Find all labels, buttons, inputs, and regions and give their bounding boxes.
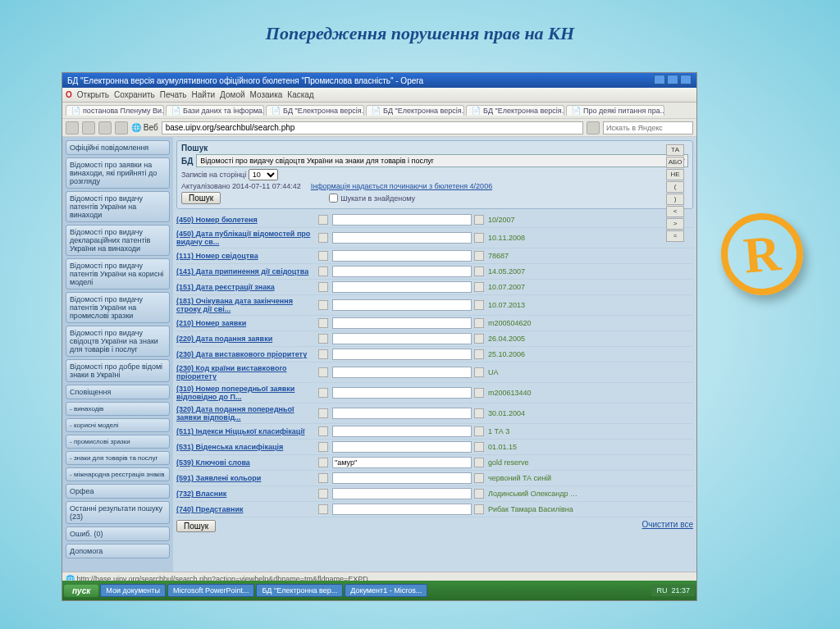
sidebar-subitem[interactable]: - винаходів xyxy=(66,402,170,416)
help-icon[interactable] xyxy=(474,489,484,499)
menu-cascade[interactable]: Каскад xyxy=(287,90,313,99)
help-icon[interactable] xyxy=(474,215,484,225)
field-input[interactable] xyxy=(332,349,472,360)
menu-save[interactable]: Сохранить xyxy=(114,90,155,99)
sidebar-item[interactable]: Відомості про видачу патентів України на… xyxy=(66,292,170,323)
sidebar-subitem[interactable]: - корисні моделі xyxy=(66,418,170,432)
copy-icon[interactable] xyxy=(318,334,328,344)
copy-icon[interactable] xyxy=(318,388,328,398)
help-icon[interactable] xyxy=(474,233,484,243)
search-in-found-checkbox[interactable]: Шукати в знайденому xyxy=(329,194,415,203)
forward-button[interactable] xyxy=(82,121,95,134)
copy-icon[interactable] xyxy=(318,349,328,359)
menu-find[interactable]: Найти xyxy=(192,90,216,99)
stop-button[interactable] xyxy=(115,121,128,134)
start-button[interactable]: пуск xyxy=(64,585,98,597)
copy-icon[interactable] xyxy=(318,282,328,292)
field-input[interactable] xyxy=(332,367,472,378)
copy-icon[interactable] xyxy=(318,473,328,483)
help-icon[interactable] xyxy=(474,458,484,467)
field-input[interactable] xyxy=(332,214,472,226)
copy-icon[interactable] xyxy=(318,215,328,225)
field-input[interactable] xyxy=(332,457,472,468)
browser-tab[interactable]: 📄Про деякі питання пра...× xyxy=(566,105,664,116)
browser-tab[interactable]: 📄БД "Електронна версія...× xyxy=(366,105,464,116)
menu-print[interactable]: Печать xyxy=(160,90,187,99)
help-icon[interactable] xyxy=(474,408,484,418)
go-button[interactable] xyxy=(587,121,600,134)
menu-home[interactable]: Домой xyxy=(220,90,244,99)
copy-icon[interactable] xyxy=(318,458,328,467)
reload-button[interactable] xyxy=(98,121,112,134)
browser-menubar[interactable]: O Открыть Сохранить Печать Найти Домой М… xyxy=(62,88,696,103)
browser-tab[interactable]: 📄БД "Електронна версія...× xyxy=(466,105,564,116)
opera-icon[interactable]: O xyxy=(66,90,72,99)
taskbar-item[interactable]: Мои документы xyxy=(100,584,166,597)
field-input[interactable] xyxy=(332,488,472,499)
field-input[interactable] xyxy=(332,232,472,244)
help-icon[interactable] xyxy=(474,426,484,436)
help-icon[interactable] xyxy=(474,251,484,261)
sidebar-item[interactable]: Відомості про видачу свідоцтв України на… xyxy=(66,326,170,357)
copy-icon[interactable] xyxy=(318,251,328,261)
sidebar-item[interactable]: Відомості про добре відомі знаки в Украї… xyxy=(66,359,170,382)
search-button-bottom[interactable]: Пошук xyxy=(176,520,216,532)
browser-tab[interactable]: 📄Бази даних та інформа...× xyxy=(166,105,264,116)
help-icon[interactable] xyxy=(474,334,484,344)
copy-icon[interactable] xyxy=(318,267,328,276)
copy-icon[interactable] xyxy=(318,408,328,418)
sidebar-subitem[interactable]: - міжнародна реєстрація знаків xyxy=(66,467,170,481)
sidebar-subitem[interactable]: - промислові зразки xyxy=(66,435,170,449)
operator-button[interactable]: ( xyxy=(666,181,684,193)
url-input[interactable] xyxy=(162,121,583,134)
taskbar-item[interactable]: Microsoft PowerPoint... xyxy=(167,584,255,597)
sidebar-item[interactable]: Сповіщення xyxy=(66,385,170,399)
copy-icon[interactable] xyxy=(318,504,328,514)
field-input[interactable] xyxy=(332,441,472,453)
field-input[interactable] xyxy=(332,387,472,399)
help-icon[interactable] xyxy=(474,267,484,276)
operator-button[interactable]: ) xyxy=(666,194,684,205)
field-input[interactable] xyxy=(332,426,472,437)
taskbar-item[interactable]: Документ1 - Micros... xyxy=(345,584,427,597)
back-button[interactable] xyxy=(66,121,79,134)
sidebar-subitem[interactable]: - знаки для товарів та послуг xyxy=(66,451,170,465)
info-link[interactable]: Інформація надається починаючи з бюлетен… xyxy=(311,182,492,190)
sidebar-item[interactable]: Відомості про заявки на винаходи, які пр… xyxy=(66,157,170,189)
sidebar-item[interactable]: Відомості про видачу патентів України на… xyxy=(66,191,170,222)
field-input[interactable] xyxy=(332,299,472,311)
search-engine-input[interactable] xyxy=(603,121,693,134)
field-input[interactable] xyxy=(332,504,472,515)
help-icon[interactable] xyxy=(474,388,484,398)
sidebar-item[interactable]: Останні результати пошуку (23) xyxy=(66,501,170,524)
field-input[interactable] xyxy=(332,281,472,293)
help-icon[interactable] xyxy=(474,473,484,483)
field-input[interactable] xyxy=(332,317,472,329)
system-tray[interactable]: RU 21:37 xyxy=(651,585,695,596)
browser-tab[interactable]: 📄постанова Пленуму Ви...× xyxy=(66,105,164,116)
operator-button[interactable]: ТА xyxy=(666,144,684,156)
menu-tile[interactable]: Мозаика xyxy=(250,90,283,99)
help-icon[interactable] xyxy=(474,318,484,328)
copy-icon[interactable] xyxy=(318,300,328,310)
help-icon[interactable] xyxy=(474,282,484,292)
field-input[interactable] xyxy=(332,408,472,419)
field-input[interactable] xyxy=(332,333,472,344)
copy-icon[interactable] xyxy=(318,318,328,328)
copy-icon[interactable] xyxy=(318,442,328,452)
help-icon[interactable] xyxy=(474,349,484,359)
field-input[interactable] xyxy=(332,250,472,262)
help-icon[interactable] xyxy=(474,442,484,452)
operator-button[interactable]: = xyxy=(666,230,684,242)
records-select[interactable]: 10 xyxy=(249,169,278,180)
copy-icon[interactable] xyxy=(318,233,328,243)
search-button-top[interactable]: Пошук xyxy=(181,192,221,204)
menu-open[interactable]: Открыть xyxy=(77,90,109,99)
operator-button[interactable]: АБО xyxy=(666,157,684,168)
copy-icon[interactable] xyxy=(318,489,328,499)
sidebar-item[interactable]: Орфеа xyxy=(66,484,170,499)
clear-all-link[interactable]: Очистити все xyxy=(642,520,693,532)
operator-button[interactable]: НЕ xyxy=(666,169,684,180)
copy-icon[interactable] xyxy=(318,367,328,377)
sidebar-item[interactable]: Допомога xyxy=(66,544,170,558)
